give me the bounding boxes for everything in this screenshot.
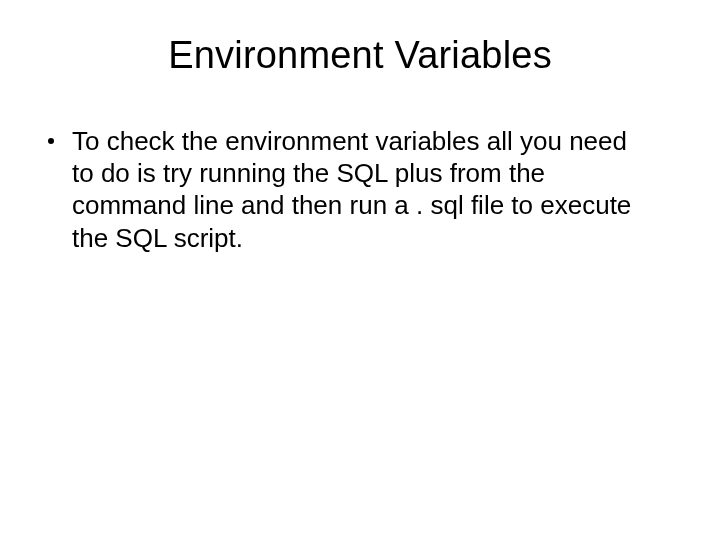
slide: Environment Variables To check the envir… xyxy=(0,0,720,540)
bullet-item: To check the environment variables all y… xyxy=(48,125,654,254)
slide-content: To check the environment variables all y… xyxy=(36,125,684,254)
bullet-dot-icon xyxy=(48,138,54,144)
bullet-text: To check the environment variables all y… xyxy=(72,125,654,254)
slide-title: Environment Variables xyxy=(36,34,684,77)
